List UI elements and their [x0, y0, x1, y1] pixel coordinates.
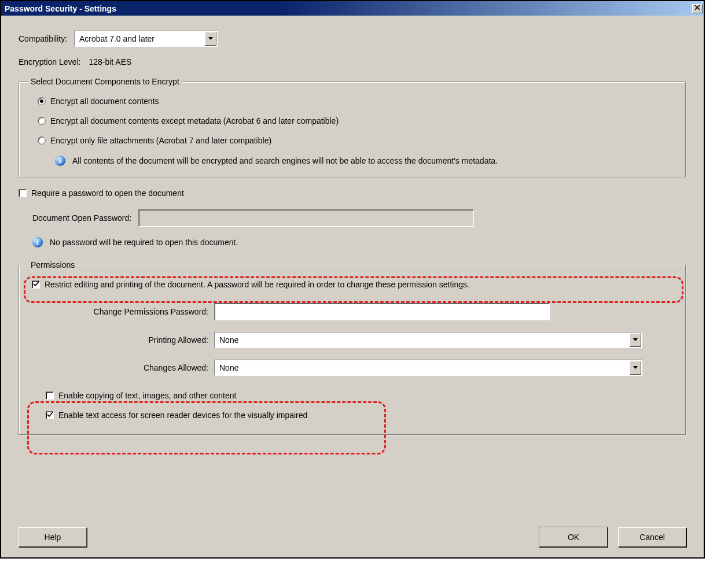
- encryption-label: Encryption Level:: [19, 57, 80, 66]
- info-icon: [55, 156, 65, 166]
- chevron-down-icon: [630, 333, 641, 347]
- document-open-password-label: Document Open Password:: [32, 213, 131, 223]
- cancel-button[interactable]: Cancel: [618, 527, 686, 547]
- radio-icon: [38, 97, 46, 105]
- checkbox-label: Restrict editing and printing of the doc…: [45, 280, 469, 289]
- permissions-group: Permissions Restrict editing and printin…: [19, 260, 686, 435]
- ok-button[interactable]: OK: [539, 527, 608, 547]
- printing-allowed-select[interactable]: None: [214, 332, 642, 348]
- changes-allowed-select[interactable]: None: [214, 360, 642, 376]
- checkbox-label: Enable text access for screen reader dev…: [58, 411, 307, 420]
- radio-label: Encrypt only file attachments (Acrobat 7…: [50, 136, 271, 145]
- open-password-info: No password will be required to open thi…: [50, 238, 238, 247]
- dialog-title: Password Security - Settings: [5, 4, 116, 13]
- radio-encrypt-attachments[interactable]: Encrypt only file attachments (Acrobat 7…: [38, 136, 673, 145]
- encrypt-legend: Select Document Components to Encrypt: [28, 77, 182, 86]
- info-icon: [32, 237, 43, 247]
- enable-screen-reader-checkbox[interactable]: Enable text access for screen reader dev…: [46, 411, 673, 420]
- radio-label: Encrypt all document contents: [50, 97, 159, 106]
- document-open-password-input: [138, 209, 474, 227]
- printing-allowed-label: Printing Allowed:: [32, 335, 214, 345]
- chevron-down-icon: [205, 32, 216, 46]
- permissions-legend: Permissions: [28, 260, 77, 269]
- change-permissions-password-label: Change Permissions Password:: [32, 307, 214, 316]
- checkbox-label: Enable copying of text, images, and othe…: [58, 391, 236, 400]
- checkbox-label: Require a password to open the document: [31, 188, 184, 198]
- help-button[interactable]: Help: [19, 527, 87, 547]
- radio-encrypt-all[interactable]: Encrypt all document contents: [38, 97, 673, 106]
- change-permissions-password-input[interactable]: [214, 303, 550, 320]
- checkbox-icon: [32, 280, 40, 289]
- radio-icon: [38, 136, 46, 145]
- checkbox-icon: [19, 189, 27, 197]
- restrict-editing-checkbox[interactable]: Restrict editing and printing of the doc…: [32, 280, 673, 289]
- checkbox-icon: [46, 391, 54, 400]
- encrypt-info-text: All contents of the document will be enc…: [72, 156, 498, 165]
- encryption-value: 128-bit AES: [89, 57, 131, 66]
- chevron-down-icon: [630, 361, 641, 375]
- checkbox-icon: [46, 411, 54, 419]
- radio-label: Encrypt all document contents except met…: [50, 116, 339, 125]
- radio-icon: [38, 117, 46, 125]
- enable-copy-checkbox[interactable]: Enable copying of text, images, and othe…: [46, 391, 673, 400]
- compatibility-label: Compatibility:: [19, 34, 67, 43]
- require-open-password-checkbox[interactable]: Require a password to open the document: [19, 188, 686, 198]
- close-button[interactable]: [692, 4, 703, 13]
- password-security-dialog: Password Security - Settings Compatibili…: [0, 0, 705, 559]
- changes-allowed-value: None: [215, 363, 629, 372]
- compatibility-select[interactable]: Acrobat 7.0 and later: [74, 31, 218, 47]
- radio-encrypt-except-metadata[interactable]: Encrypt all document contents except met…: [38, 116, 673, 125]
- encrypt-components-group: Select Document Components to Encrypt En…: [19, 77, 686, 178]
- compatibility-value: Acrobat 7.0 and later: [75, 34, 204, 43]
- highlight-annotation: [27, 401, 386, 454]
- titlebar: Password Security - Settings: [1, 1, 704, 16]
- changes-allowed-label: Changes Allowed:: [32, 363, 214, 372]
- printing-allowed-value: None: [215, 335, 629, 345]
